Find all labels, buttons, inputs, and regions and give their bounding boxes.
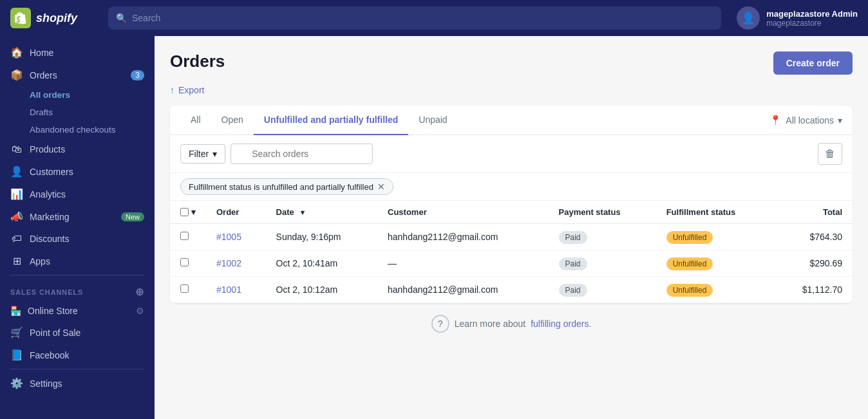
export-button[interactable]: ↑ Export <box>170 85 204 95</box>
active-filter-tag: Fulfillment status is unfulfilled and pa… <box>180 178 393 195</box>
sidebar-divider <box>10 275 144 275</box>
orders-table: ▾ Order Date ▼ Customer <box>170 201 853 303</box>
tab-unfulfilled[interactable]: Unfulfilled and partially fulfilled <box>254 106 408 135</box>
sidebar-item-settings[interactable]: ⚙️ Settings <box>0 372 155 395</box>
add-sales-channel-icon[interactable]: ⊕ <box>135 286 144 298</box>
order-customer-1: — <box>377 250 549 277</box>
date-sort-icon: ▼ <box>299 209 306 216</box>
row-dropdown-icon[interactable]: ▾ <box>191 207 196 217</box>
sidebar-item-home[interactable]: 🏠 Home <box>0 41 155 64</box>
payment-badge-0: Paid <box>559 231 587 244</box>
pos-icon: 🛒 <box>10 326 23 339</box>
order-number-1: #1002 <box>206 250 266 277</box>
filter-button[interactable]: Filter ▾ <box>180 144 225 163</box>
order-total-0: $764.30 <box>773 224 853 250</box>
sidebar: 🏠 Home 📦 Orders 3 All orders Drafts Aban… <box>0 36 155 419</box>
filter-chevron-icon: ▾ <box>212 149 217 159</box>
settings-label: Settings <box>30 378 62 389</box>
row-checkbox-cell-2 <box>170 277 206 303</box>
remove-filter-icon[interactable]: ✕ <box>377 182 385 192</box>
table-row: #1001 Oct 2, 10:12am hanhdang2112@gmail.… <box>170 277 853 303</box>
sidebar-item-apps[interactable]: ⊞ Apps <box>0 250 155 272</box>
order-customer-2: hanhdang2112@gmail.com <box>377 277 549 303</box>
facebook-label: Facebook <box>30 350 69 360</box>
sidebar-item-abandoned[interactable]: Abandoned checkouts <box>0 121 155 138</box>
page-header: Orders Create order <box>170 51 853 75</box>
trash-icon: 🗑 <box>825 148 835 160</box>
sidebar-item-products[interactable]: 🛍 Products <box>0 138 155 160</box>
delete-filter-button[interactable]: 🗑 <box>818 143 842 165</box>
sales-channels-section: SALES CHANNELS ⊕ <box>0 278 155 301</box>
row-checkbox-1[interactable] <box>180 258 189 266</box>
online-store-label: Online Store <box>28 306 78 316</box>
learn-more-link[interactable]: fulfilling orders. <box>531 319 591 329</box>
sidebar-item-point-of-sale[interactable]: 🛒 Point of Sale <box>0 321 155 344</box>
logo[interactable]: shopify <box>10 8 100 28</box>
order-number-2: #1001 <box>206 277 266 303</box>
shopify-logo-icon <box>10 8 31 28</box>
order-link-0[interactable]: #1005 <box>216 232 241 242</box>
search-orders-input[interactable] <box>231 144 373 164</box>
location-filter[interactable]: 📍 All locations ▾ <box>769 108 842 133</box>
online-store-icon: 🏪 <box>10 306 21 316</box>
col-header-order: Order <box>206 201 266 224</box>
learn-more-bar: ? Learn more about fulfilling orders. <box>170 303 853 344</box>
chevron-down-icon: ▾ <box>838 115 842 126</box>
fulfillment-badge-1: Unfulfilled <box>666 257 713 270</box>
order-link-2[interactable]: #1001 <box>216 284 241 295</box>
orders-card: All Open Unfulfilled and partially fulfi… <box>170 106 853 303</box>
sidebar-label-home: Home <box>30 48 53 58</box>
sidebar-item-drafts[interactable]: Drafts <box>0 104 155 121</box>
global-search[interactable]: 🔍 <box>108 6 721 30</box>
sidebar-item-facebook[interactable]: 📘 Facebook <box>0 344 155 366</box>
sidebar-item-orders[interactable]: 📦 Orders 3 <box>0 64 155 86</box>
create-order-button[interactable]: Create order <box>773 51 853 75</box>
col-header-date[interactable]: Date ▼ <box>266 201 377 224</box>
sidebar-label-orders: Orders <box>30 70 57 80</box>
order-date-2: Oct 2, 10:12am <box>266 277 377 303</box>
order-fulfillment-status-0: Unfulfilled <box>656 224 773 250</box>
sidebar-item-discounts[interactable]: 🏷 Discounts <box>0 228 155 250</box>
main-content: Orders Create order ↑ Export All Open Un… <box>155 36 868 419</box>
tab-all[interactable]: All <box>180 106 211 135</box>
logo-text: shopify <box>36 12 77 25</box>
table-header-row: ▾ Order Date ▼ Customer <box>170 201 853 224</box>
user-area[interactable]: 👤 mageplazastore Admin mageplazastore <box>737 6 858 30</box>
sidebar-label-customers: Customers <box>30 167 73 177</box>
header-select-all: ▾ <box>170 201 206 224</box>
sidebar-item-all-orders[interactable]: All orders <box>0 86 155 104</box>
sidebar-label-apps: Apps <box>30 256 50 266</box>
order-total-2: $1,112.70 <box>773 277 853 303</box>
col-header-fulfillment-status: Fulfillment status <box>656 201 773 224</box>
row-checkbox-2[interactable] <box>180 284 189 293</box>
order-fulfillment-status-2: Unfulfilled <box>656 277 773 303</box>
active-filter-row: Fulfillment status is unfulfilled and pa… <box>170 173 853 201</box>
online-store-gear-icon[interactable]: ⚙ <box>136 306 144 316</box>
tab-open[interactable]: Open <box>211 106 254 135</box>
row-checkbox-cell-0 <box>170 224 206 250</box>
tabs-bar: All Open Unfulfilled and partially fulfi… <box>170 106 853 135</box>
learn-more-text: Learn more about <box>455 319 526 329</box>
sidebar-item-analytics[interactable]: 📊 Analytics <box>0 183 155 205</box>
select-all-checkbox[interactable] <box>180 208 189 216</box>
sidebar-item-online-store[interactable]: 🏪 Online Store ⚙ <box>0 301 155 321</box>
sales-channels-label: SALES CHANNELS <box>10 288 83 296</box>
tab-unpaid[interactable]: Unpaid <box>408 106 457 135</box>
products-icon: 🛍 <box>10 144 23 155</box>
search-orders-wrapper: 🔍 <box>231 144 813 164</box>
locations-label: All locations <box>786 115 834 126</box>
sidebar-item-marketing[interactable]: 📣 Marketing New <box>0 205 155 228</box>
apps-icon: ⊞ <box>10 255 23 267</box>
search-input[interactable] <box>132 13 713 23</box>
discounts-icon: 🏷 <box>10 233 23 245</box>
row-checkbox-0[interactable] <box>180 232 189 240</box>
sidebar-item-customers[interactable]: 👤 Customers <box>0 160 155 183</box>
order-link-1[interactable]: #1002 <box>216 258 241 268</box>
location-icon: 📍 <box>769 115 782 126</box>
user-store: mageplazastore <box>766 19 858 28</box>
drafts-label: Drafts <box>30 107 53 117</box>
payment-badge-1: Paid <box>559 257 587 270</box>
sidebar-label-products: Products <box>30 144 65 154</box>
filter-label: Filter <box>189 149 209 159</box>
order-date-0: Sunday, 9:16pm <box>266 224 377 250</box>
